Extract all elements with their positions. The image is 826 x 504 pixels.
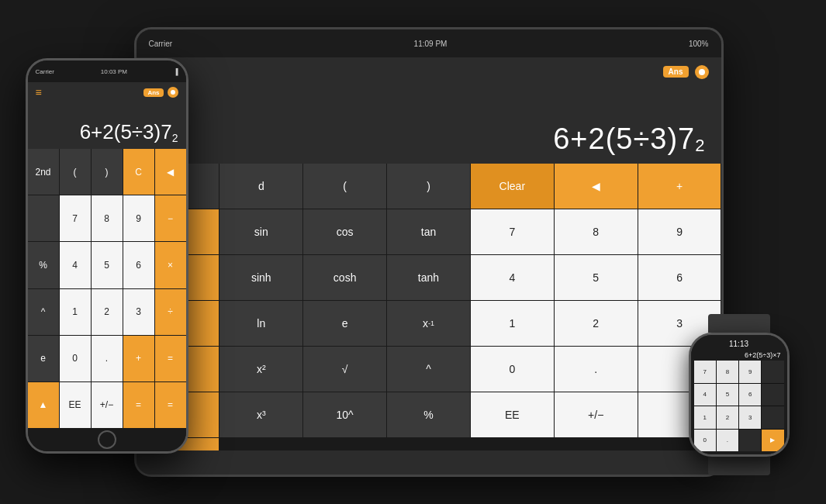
- pbtn-dot[interactable]: .: [92, 336, 123, 381]
- btn-d1[interactable]: d: [219, 164, 302, 209]
- btn-0[interactable]: 0: [471, 347, 554, 392]
- btn-xcube[interactable]: x³: [219, 392, 302, 437]
- pbtn-8[interactable]: 8: [92, 195, 123, 241]
- phone-record-button[interactable]: [168, 87, 178, 98]
- btn-2[interactable]: 2: [555, 301, 638, 346]
- wbtn-4[interactable]: 4: [694, 384, 716, 406]
- btn-cosh[interactable]: cosh: [303, 255, 386, 300]
- phone-exp: 2: [172, 132, 178, 144]
- btn-caret[interactable]: ^: [387, 347, 470, 392]
- btn-dot[interactable]: .: [555, 347, 638, 392]
- wbtn-3[interactable]: 3: [739, 406, 761, 429]
- btn-backspace[interactable]: ◀: [555, 164, 638, 209]
- tablet-status-bar: Carrier 11:09 PM 100%: [137, 29, 721, 57]
- tablet-header-right: Ans: [663, 65, 709, 79]
- watch: 11:13 6+2(5÷3)×7 7 8 9 4 5 6 1 2 3 0 .: [677, 314, 801, 469]
- wbtn-0[interactable]: 0: [694, 430, 716, 452]
- wbtn-play[interactable]: ▶: [762, 430, 783, 452]
- btn-xsq[interactable]: x²: [219, 347, 302, 392]
- pbtn-plusminus[interactable]: +/−: [92, 382, 123, 428]
- btn-5[interactable]: 5: [555, 255, 638, 300]
- pbtn-plus[interactable]: +: [123, 336, 154, 381]
- btn-ln[interactable]: ln: [219, 301, 302, 346]
- wbtn-op1[interactable]: [762, 361, 783, 383]
- btn-9[interactable]: 9: [638, 209, 721, 254]
- wbtn-2[interactable]: 2: [717, 406, 738, 429]
- btn-sinh[interactable]: sinh: [219, 255, 302, 300]
- btn-ee[interactable]: EE: [471, 392, 554, 437]
- btn-8[interactable]: 8: [555, 209, 638, 254]
- btn-pct[interactable]: %: [387, 392, 470, 437]
- pbtn-1[interactable]: 1: [60, 289, 91, 335]
- pbtn-multiply[interactable]: ×: [155, 242, 186, 288]
- btn-clear[interactable]: Clear: [471, 164, 554, 209]
- btn-xinv[interactable]: x-1: [387, 301, 470, 346]
- pbtn-back[interactable]: ◀: [155, 149, 186, 195]
- pbtn-e[interactable]: e: [28, 336, 59, 381]
- pbtn-divide[interactable]: ÷: [155, 289, 186, 335]
- pbtn-2[interactable]: 2: [92, 289, 123, 335]
- btn-4[interactable]: 4: [471, 255, 554, 300]
- watch-keypad: 7 8 9 4 5 6 1 2 3 0 . ▶: [694, 361, 784, 451]
- pbtn-triangle[interactable]: ▲: [28, 382, 59, 428]
- tablet-expr: 6+2(5÷3)7: [553, 123, 695, 156]
- phone-ans-badge[interactable]: Ans: [143, 88, 163, 97]
- tablet-body: ≡ Ans 6+2(5÷3)72 2nd d ( ) Clear ◀ +: [137, 57, 721, 475]
- btn-lparen[interactable]: (: [303, 164, 386, 209]
- pbtn-0[interactable]: 0: [60, 336, 91, 381]
- watch-strap-top: [708, 314, 770, 333]
- pbtn-eq2[interactable]: =: [123, 382, 154, 428]
- pbtn-eq3[interactable]: =: [155, 382, 186, 428]
- btn-1[interactable]: 1: [471, 301, 554, 346]
- pbtn-ee[interactable]: EE: [60, 382, 91, 428]
- pbtn-9[interactable]: 9: [123, 195, 154, 241]
- btn-10pow[interactable]: 10^: [303, 392, 386, 437]
- pbtn-lparen[interactable]: (: [60, 149, 91, 195]
- tablet-display: 6+2(5÷3)72: [137, 86, 721, 164]
- pbtn-6[interactable]: 6: [123, 242, 154, 288]
- phone-menu-icon[interactable]: ≡: [36, 86, 42, 98]
- wbtn-6[interactable]: 6: [739, 384, 761, 406]
- wbtn-1[interactable]: 1: [694, 406, 716, 429]
- btn-plusminus[interactable]: +/−: [555, 392, 638, 437]
- pbtn-5[interactable]: 5: [92, 242, 123, 288]
- tablet-battery: 100%: [689, 40, 709, 48]
- pbtn-7[interactable]: 7: [60, 195, 91, 241]
- btn-tan[interactable]: tan: [387, 209, 470, 254]
- wbtn-op3[interactable]: [762, 406, 783, 429]
- pbtn-pct[interactable]: %: [28, 242, 59, 288]
- phone-keypad: 2nd ( ) C ◀ 7 8 9 − % 4 5 6 × ^ 1 2: [28, 149, 186, 428]
- pbtn-4[interactable]: 4: [60, 242, 91, 288]
- btn-e[interactable]: e: [303, 301, 386, 346]
- pbtn-minus[interactable]: −: [155, 195, 186, 241]
- wbtn-5[interactable]: 5: [717, 384, 738, 406]
- pbtn-rparen[interactable]: ): [92, 149, 123, 195]
- btn-6[interactable]: 6: [638, 255, 721, 300]
- pbtn-equals[interactable]: =: [155, 336, 186, 381]
- btn-sqrt[interactable]: √: [303, 347, 386, 392]
- wbtn-8[interactable]: 8: [717, 361, 738, 383]
- phone-header: ≡ Ans: [28, 82, 186, 102]
- wbtn-dot[interactable]: .: [717, 430, 738, 452]
- btn-rparen[interactable]: ): [387, 164, 470, 209]
- ans-badge[interactable]: Ans: [663, 66, 689, 78]
- pbtn-c[interactable]: C: [123, 149, 154, 195]
- btn-tanh[interactable]: tanh: [387, 255, 470, 300]
- phone-status-bar: Carrier 10:03 PM ▐: [28, 60, 186, 82]
- phone: Carrier 10:03 PM ▐ ≡ Ans 6+2(5÷3)72 2nd: [26, 58, 188, 454]
- pbtn-caret[interactable]: ^: [28, 289, 59, 335]
- phone-carrier: Carrier: [36, 68, 54, 75]
- btn-cos[interactable]: cos: [303, 209, 386, 254]
- btn-plus[interactable]: +: [638, 164, 721, 209]
- wbtn-op2[interactable]: [762, 384, 783, 406]
- wbtn-7[interactable]: 7: [694, 361, 716, 383]
- home-button[interactable]: [98, 430, 116, 449]
- tablet-keypad: 2nd d ( ) Clear ◀ + − sin cos tan 7 8 9 …: [137, 164, 721, 450]
- pbtn-d2nd[interactable]: [28, 195, 59, 241]
- pbtn-3[interactable]: 3: [123, 289, 154, 335]
- btn-7[interactable]: 7: [471, 209, 554, 254]
- pbtn-2nd[interactable]: 2nd: [28, 149, 59, 195]
- record-button[interactable]: [695, 65, 709, 79]
- btn-sin[interactable]: sin: [219, 209, 302, 254]
- wbtn-9[interactable]: 9: [739, 361, 761, 383]
